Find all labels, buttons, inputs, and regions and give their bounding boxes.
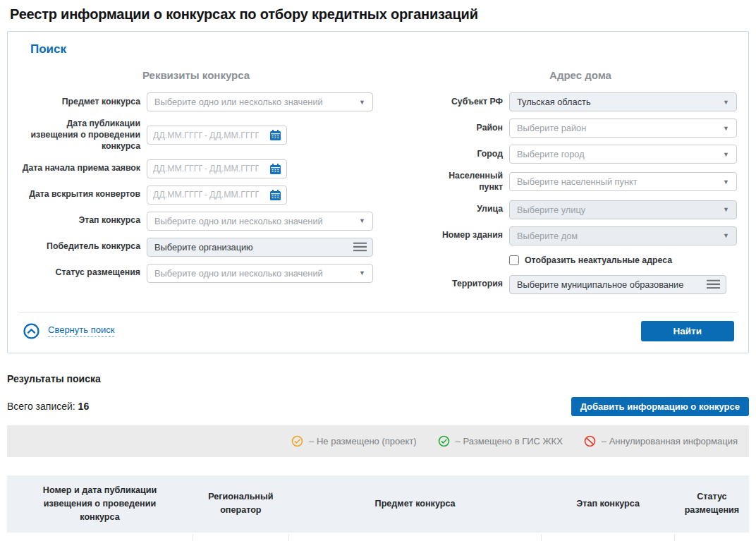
legend-label-annulled: – Аннулированная информация xyxy=(602,436,738,446)
stage-label: Этап конкурса xyxy=(19,215,140,226)
field-settlement: Населенный пункт Выберите населенный пун… xyxy=(424,171,737,193)
field-street: Улица Выберите улицу ▼ xyxy=(424,200,737,219)
field-region: Субъект РФ Тульская область ▼ xyxy=(424,92,737,111)
territory-label: Территория xyxy=(424,279,503,290)
start-date-from-input[interactable] xyxy=(153,164,202,174)
chevron-down-icon: ▼ xyxy=(723,99,729,105)
table-row: № 230329_1719 от 29.03.2023 "Test_XRM_PO… xyxy=(7,533,749,541)
collapse-search-link[interactable]: Свернуть поиск xyxy=(23,323,114,339)
date-separator: - xyxy=(205,130,207,140)
show-inactive-label[interactable]: Отобразить неактуальные адреса xyxy=(525,255,672,265)
total-records-value: 16 xyxy=(78,401,90,412)
field-building: Номер здания Выберите дом ▼ xyxy=(424,226,737,245)
field-status: Статус размещения Выберите одно или неск… xyxy=(19,264,373,283)
address-section-title: Адрес дома xyxy=(424,69,737,81)
chevron-down-icon: ▼ xyxy=(359,218,365,224)
date-separator: - xyxy=(205,190,207,200)
chevron-down-icon: ▼ xyxy=(723,178,729,185)
subject-label: Предмет конкурса xyxy=(19,97,140,108)
region-select[interactable]: Тульская область ▼ xyxy=(509,92,737,111)
results-title: Результаты поиска xyxy=(7,373,756,384)
chevron-up-circle-icon[interactable] xyxy=(23,323,39,339)
hamburger-icon[interactable] xyxy=(707,280,720,289)
open-date-range: - xyxy=(147,186,287,205)
territory-picker[interactable]: Выберите муниципальное образование xyxy=(509,275,726,294)
publish-date-label: Дата публикации извещения о проведении к… xyxy=(19,118,140,152)
publish-date-range: - xyxy=(147,126,287,145)
results-table: Номер и дата публикации извещения о пров… xyxy=(7,475,749,541)
cell-stage: Конкурс признан несостоявшимся xyxy=(541,533,674,541)
header-operator: Региональный оператор xyxy=(193,475,289,533)
chevron-down-icon: ▼ xyxy=(359,99,365,105)
table-header-row: Номер и дата публикации извещения о пров… xyxy=(7,475,749,533)
publish-date-from-input[interactable] xyxy=(153,130,202,140)
district-select[interactable]: Выберите район ▼ xyxy=(509,118,737,138)
building-label: Номер здания xyxy=(424,230,503,241)
search-panel-title: Поиск xyxy=(30,42,737,56)
show-inactive-checkbox[interactable] xyxy=(509,255,519,265)
cell-subject: Выбор кредитной организации для открытия… xyxy=(289,533,542,541)
city-placeholder: Выберите город xyxy=(517,149,585,159)
settlement-placeholder: Выберите населенный пункт xyxy=(517,176,638,187)
hamburger-icon[interactable] xyxy=(353,243,367,252)
search-form: Реквизиты конкурса Предмет конкурса Выбе… xyxy=(19,69,737,301)
legend-item-annulled: – Аннулированная информация xyxy=(584,435,738,447)
status-select[interactable]: Выберите одно или несколько значений ▼ xyxy=(147,264,373,283)
start-date-range: - xyxy=(147,159,287,178)
building-placeholder: Выберите дом xyxy=(517,231,578,241)
territory-placeholder: Выберите муниципальное образование xyxy=(517,279,683,290)
field-publish-date: Дата публикации извещения о проведении к… xyxy=(19,118,373,152)
region-value: Тульская область xyxy=(517,97,591,107)
status-label: Статус размещения xyxy=(19,267,140,279)
winner-placeholder: Выберите организацию xyxy=(154,242,253,253)
legend-item-published: – Размещено в ГИС ЖКХ xyxy=(438,435,563,447)
orange-check-circle-icon xyxy=(291,435,303,447)
field-show-inactive: Отобразить неактуальные адреса xyxy=(509,255,737,265)
settlement-select[interactable]: Выберите населенный пункт ▼ xyxy=(509,172,737,191)
city-select[interactable]: Выберите город ▼ xyxy=(509,145,737,164)
field-winner: Победитель конкурса Выберите организацию xyxy=(19,238,373,257)
field-open-date: Дата вскрытия конвертов - xyxy=(19,186,373,205)
city-label: Город xyxy=(424,149,503,160)
stage-placeholder: Выберите одно или несколько значений xyxy=(154,216,323,226)
search-button[interactable]: Найти xyxy=(641,321,734,341)
cell-status xyxy=(675,533,749,541)
total-records-label: Всего записей: xyxy=(7,401,75,412)
building-select[interactable]: Выберите дом ▼ xyxy=(509,226,737,245)
calendar-icon[interactable] xyxy=(270,190,281,200)
region-label: Субъект РФ xyxy=(424,97,503,108)
publish-date-to-input[interactable] xyxy=(209,130,259,140)
start-date-to-input[interactable] xyxy=(209,164,259,174)
header-number: Номер и дата публикации извещения о пров… xyxy=(7,475,193,533)
district-label: Район xyxy=(424,123,503,134)
street-placeholder: Выберите улицу xyxy=(517,205,585,215)
open-date-from-input[interactable] xyxy=(153,190,202,200)
add-competition-button[interactable]: Добавить информацию о конкурсе xyxy=(571,397,749,416)
subject-placeholder: Выберите одно или несколько значений xyxy=(154,97,323,107)
stage-select[interactable]: Выберите одно или несколько значений ▼ xyxy=(147,212,373,231)
field-start-date: Дата начала приема заявок - xyxy=(19,159,373,178)
calendar-icon[interactable] xyxy=(270,164,281,174)
red-ban-circle-icon xyxy=(584,435,596,447)
field-district: Район Выберите район ▼ xyxy=(424,118,737,138)
chevron-down-icon: ▼ xyxy=(359,270,365,276)
district-placeholder: Выберите район xyxy=(517,123,586,133)
search-panel: Поиск Реквизиты конкурса Предмет конкурс… xyxy=(7,31,749,353)
open-date-to-input[interactable] xyxy=(209,190,259,200)
header-status: Статус размещения xyxy=(675,475,749,533)
page-title: Реестр информации о конкурсах по отбору … xyxy=(10,6,746,23)
field-city: Город Выберите город ▼ xyxy=(424,145,737,164)
legend-label-published: – Размещено в ГИС ЖКХ xyxy=(456,436,563,446)
winner-picker[interactable]: Выберите организацию xyxy=(147,238,373,257)
field-subject: Предмет конкурса Выберите одно или неско… xyxy=(19,92,373,111)
chevron-down-icon: ▼ xyxy=(723,207,729,213)
cell-operator: "Test_XRM_PO" xyxy=(193,533,289,541)
collapse-search-label[interactable]: Свернуть поиск xyxy=(48,324,114,337)
header-subject: Предмет конкурса xyxy=(289,475,542,533)
street-select[interactable]: Выберите улицу ▼ xyxy=(509,200,737,219)
subject-select[interactable]: Выберите одно или несколько значений ▼ xyxy=(147,92,373,111)
search-panel-footer: Свернуть поиск Найти xyxy=(19,312,737,347)
status-placeholder: Выберите одно или несколько значений xyxy=(154,268,323,279)
start-date-label: Дата начала приема заявок xyxy=(19,163,140,174)
calendar-icon[interactable] xyxy=(270,130,281,140)
